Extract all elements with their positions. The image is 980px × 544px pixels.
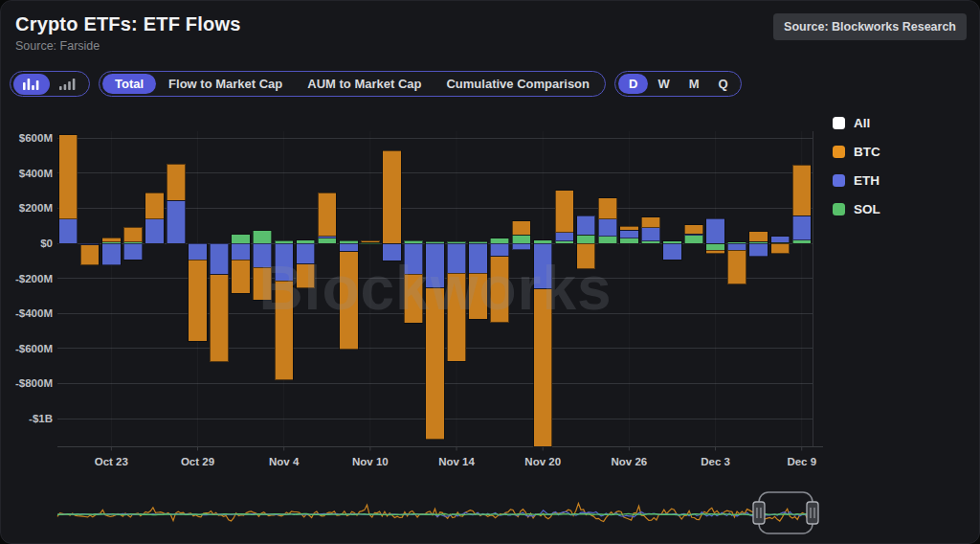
bar-segment-eth-10[interactable] — [275, 243, 293, 281]
bar-segment-btc-22[interactable] — [534, 289, 552, 447]
bar-segment-eth-13[interactable] — [340, 243, 358, 252]
bar-segment-sol-30[interactable] — [706, 243, 724, 250]
bar-segment-btc-15[interactable] — [383, 150, 401, 243]
bar-segment-eth-20[interactable] — [490, 243, 508, 257]
bar-segment-eth-28[interactable] — [663, 243, 681, 260]
bar-segment-btc-25[interactable] — [598, 198, 616, 219]
bar-segment-btc-32[interactable] — [749, 232, 768, 242]
bar-segment-btc-30[interactable] — [706, 250, 724, 253]
bar-segment-eth-6[interactable] — [189, 243, 207, 260]
bar-segment-btc-3[interactable] — [123, 227, 142, 241]
bar-segment-eth-4[interactable] — [145, 219, 164, 243]
bar-segment-eth-25[interactable] — [598, 219, 616, 237]
bar-segment-eth-22[interactable] — [534, 243, 552, 289]
bar-segment-btc-31[interactable] — [727, 250, 746, 283]
bar-segment-eth-11[interactable] — [297, 243, 315, 264]
bar-segment-btc-34[interactable] — [792, 165, 811, 215]
navigator-sol-line — [57, 514, 813, 515]
bar-segment-sol-20[interactable] — [490, 238, 508, 243]
bar-segment-sol-26[interactable] — [620, 238, 638, 243]
bar-segment-eth-33[interactable] — [771, 237, 790, 243]
bar-segment-btc-8[interactable] — [232, 260, 250, 293]
bar-segment-eth-21[interactable] — [512, 243, 530, 250]
bar-segment-eth-18[interactable] — [447, 243, 465, 273]
bar-segment-btc-14[interactable] — [361, 240, 379, 242]
bar-segment-btc-27[interactable] — [641, 217, 659, 228]
navigator-btc-line — [57, 504, 813, 522]
bar-segment-eth-26[interactable] — [620, 230, 638, 238]
bar-segment-sol-24[interactable] — [577, 235, 595, 243]
bar-segment-sol-25[interactable] — [598, 237, 616, 243]
bar-segment-eth-15[interactable] — [383, 243, 401, 261]
navigator-handle-left[interactable] — [753, 502, 765, 524]
bar-segment-btc-6[interactable] — [189, 260, 207, 341]
bar-segment-sol-21[interactable] — [512, 235, 530, 243]
bar-segment-eth-17[interactable] — [426, 243, 444, 288]
bar-segment-btc-21[interactable] — [512, 221, 530, 236]
bar-segment-btc-17[interactable] — [426, 288, 444, 440]
bar-segment-btc-7[interactable] — [210, 275, 228, 362]
bar-segment-btc-29[interactable] — [684, 225, 702, 234]
etf-flows-chart[interactable] — [0, 0, 980, 544]
bar-segment-btc-1[interactable] — [80, 245, 99, 265]
bar-segment-btc-33[interactable] — [771, 243, 790, 254]
bar-segment-btc-26[interactable] — [620, 226, 638, 230]
bar-segment-eth-7[interactable] — [210, 243, 228, 275]
bar-segment-btc-19[interactable] — [469, 273, 487, 319]
bar-segment-sol-29[interactable] — [684, 235, 702, 243]
bars-layer[interactable] — [59, 135, 812, 446]
bar-segment-eth-19[interactable] — [469, 243, 487, 273]
bar-segment-btc-12[interactable] — [318, 193, 336, 236]
bar-segment-eth-0[interactable] — [59, 219, 78, 243]
bar-segment-btc-16[interactable] — [404, 274, 422, 323]
bar-segment-btc-9[interactable] — [253, 267, 271, 300]
bar-segment-btc-13[interactable] — [340, 252, 358, 350]
bar-segment-eth-31[interactable] — [727, 243, 746, 250]
bar-segment-eth-30[interactable] — [706, 218, 724, 243]
bar-segment-btc-23[interactable] — [555, 191, 573, 233]
bar-segment-eth-27[interactable] — [641, 228, 659, 241]
bar-segment-eth-3[interactable] — [123, 243, 142, 260]
navigator-handle-right[interactable] — [807, 502, 818, 524]
bar-segment-eth-34[interactable] — [792, 215, 811, 239]
bar-segment-sol-9[interactable] — [253, 231, 271, 243]
bar-segment-btc-20[interactable] — [490, 257, 508, 323]
bar-segment-eth-24[interactable] — [577, 215, 595, 235]
bar-segment-eth-8[interactable] — [232, 243, 250, 260]
bar-segment-eth-9[interactable] — [253, 243, 271, 267]
crypto-etf-flows-panel: Crypto ETFs: ETF Flows Source: Farside S… — [0, 0, 980, 544]
bar-segment-btc-11[interactable] — [297, 264, 315, 288]
bar-segment-eth-2[interactable] — [102, 243, 121, 265]
bar-segment-sol-12[interactable] — [318, 238, 336, 243]
navigator[interactable] — [57, 492, 818, 533]
bar-segment-btc-24[interactable] — [577, 243, 595, 269]
bar-segment-eth-5[interactable] — [167, 200, 185, 243]
bar-segment-eth-16[interactable] — [404, 243, 422, 274]
bar-segment-btc-18[interactable] — [447, 273, 465, 361]
bar-segment-btc-2[interactable] — [102, 238, 121, 242]
bar-segment-btc-4[interactable] — [145, 193, 164, 218]
bar-segment-eth-23[interactable] — [555, 233, 573, 241]
bar-segment-sol-8[interactable] — [232, 235, 250, 243]
bar-segment-btc-10[interactable] — [275, 281, 293, 379]
bar-segment-eth-32[interactable] — [749, 243, 768, 257]
bar-segment-btc-0[interactable] — [59, 135, 78, 219]
bar-segment-btc-5[interactable] — [167, 164, 185, 200]
